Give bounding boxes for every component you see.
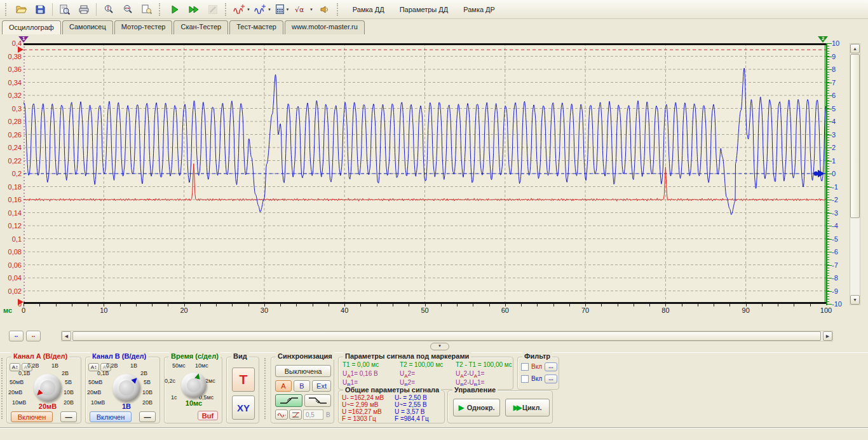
left-axis-label: 0,24 bbox=[1, 144, 22, 151]
channel-b-wave-button[interactable]: ▼ bbox=[252, 1, 273, 17]
tab-item[interactable]: Мотор-тестер bbox=[114, 20, 173, 34]
panel-grip[interactable] bbox=[264, 358, 268, 419]
zoom-vertical-button[interactable] bbox=[99, 1, 118, 17]
knob-scale-label: 0,2с bbox=[165, 378, 175, 384]
right-axis-label: 8 bbox=[832, 65, 836, 73]
sync-source-a-button[interactable]: А bbox=[275, 380, 292, 392]
knob-scale-label: 20мВ bbox=[87, 389, 101, 395]
horizontal-scroll-thumb[interactable] bbox=[72, 331, 821, 341]
scroll-left-button[interactable]: ◀ bbox=[62, 331, 71, 341]
right-axis-label: -7 bbox=[832, 261, 838, 269]
run-continuous-icon bbox=[189, 5, 200, 14]
control-panel: Канал А (В/дел) A↕ A↕ 0,2В1В0,1В2В50мВ5В… bbox=[0, 352, 868, 428]
channel-a-zero-marker[interactable] bbox=[18, 299, 24, 305]
view-t-button[interactable]: Т bbox=[232, 368, 255, 392]
sync-level-input[interactable] bbox=[303, 409, 323, 420]
filter-a-more-button[interactable]: ... bbox=[545, 362, 557, 371]
panel-grip[interactable] bbox=[1, 358, 5, 419]
view-xy-button[interactable]: XY bbox=[232, 395, 255, 420]
print-preview-button[interactable] bbox=[55, 1, 74, 17]
single-run-button[interactable]: ▶ Однокр. bbox=[453, 399, 500, 416]
right-axis-label: -9 bbox=[832, 287, 838, 295]
chevron-down-icon: ▼ bbox=[285, 8, 289, 11]
waveform-canvas[interactable] bbox=[24, 43, 826, 304]
filter-b-checkbox[interactable] bbox=[521, 375, 529, 383]
channel-a-power-button[interactable]: Включен bbox=[11, 411, 53, 422]
rising-edge-button[interactable] bbox=[275, 394, 302, 407]
time-marker-2[interactable]: 2 bbox=[818, 36, 828, 43]
sync-wave-mode-button[interactable] bbox=[275, 409, 288, 420]
tab-item[interactable]: Самописец bbox=[62, 20, 113, 34]
cycle-run-button[interactable]: ▶▶ Цикл. bbox=[505, 399, 550, 416]
common-param-value: F =984,4 Гц bbox=[395, 415, 429, 422]
toolbar-grip[interactable] bbox=[5, 3, 9, 16]
sync-state-button[interactable]: Выключена bbox=[275, 365, 331, 377]
tab-item[interactable]: Тест-мастер bbox=[229, 20, 283, 34]
tab-item[interactable]: Осциллограф bbox=[2, 20, 61, 35]
time-marker-1[interactable]: 1 bbox=[18, 36, 29, 43]
channel-a-wave-button[interactable]: ▼ bbox=[231, 1, 252, 17]
run-continuous-button[interactable] bbox=[184, 1, 203, 17]
x-axis-label: 60 bbox=[501, 306, 509, 314]
sound-button[interactable] bbox=[315, 1, 334, 17]
falling-edge-icon bbox=[308, 396, 328, 405]
toolbar-grip[interactable] bbox=[337, 3, 341, 16]
calculator-button[interactable]: ▼ bbox=[273, 1, 292, 17]
open-button[interactable] bbox=[11, 1, 31, 17]
zoom-document-button[interactable] bbox=[137, 1, 156, 17]
edit-button[interactable] bbox=[203, 1, 222, 17]
channel-a-minus-button[interactable]: — bbox=[60, 411, 77, 422]
channel-b-minus-button[interactable]: — bbox=[139, 411, 156, 422]
vertical-scroll-thumb[interactable] bbox=[850, 54, 860, 218]
vertical-scrollbar[interactable]: ▲ ▼ bbox=[850, 43, 860, 305]
channel-b-marker-dots-button[interactable]: .. bbox=[26, 331, 41, 341]
knob-scale-label: 10мВ bbox=[91, 399, 105, 406]
buffer-button[interactable]: Buf bbox=[198, 411, 218, 420]
sync-source-ext-button[interactable]: Ext bbox=[312, 380, 331, 392]
run-button[interactable] bbox=[165, 1, 184, 17]
knob-scale-label: 10В bbox=[64, 389, 74, 395]
channel-a-level-marker[interactable] bbox=[18, 46, 24, 53]
sync-source-b-button[interactable]: В bbox=[294, 380, 310, 392]
x-axis-label: 40 bbox=[341, 306, 348, 314]
toolbar-grip[interactable] bbox=[225, 3, 229, 16]
sync-level-mode-button[interactable] bbox=[289, 409, 302, 420]
left-axis-label: 0,38 bbox=[1, 53, 22, 60]
tab-item[interactable]: Скан-Тестер bbox=[173, 20, 228, 34]
common-param-value: U- = 2,50 В bbox=[395, 394, 427, 401]
save-button[interactable] bbox=[31, 1, 50, 17]
print-button[interactable] bbox=[74, 1, 93, 17]
tab-item[interactable]: www.motor-master.ru bbox=[285, 20, 365, 34]
scroll-down-button[interactable]: ▼ bbox=[850, 295, 860, 305]
menu-ramka-dr[interactable]: Рамка ДР bbox=[458, 4, 501, 15]
sqrt-alpha-button[interactable]: √α▼ bbox=[292, 1, 315, 17]
falling-edge-button[interactable] bbox=[304, 394, 331, 407]
zoom-horizontal-button[interactable] bbox=[118, 1, 137, 17]
time-group: Время (с/дел) 50мс10мс0,2с2мс1с0,5мс 10м… bbox=[164, 357, 222, 423]
knob-scale-label: 5В bbox=[144, 379, 151, 385]
filter-b-more-button[interactable]: ... bbox=[545, 375, 557, 383]
left-axis-label: 0,1 bbox=[1, 235, 22, 243]
time-knob[interactable] bbox=[181, 373, 207, 398]
toolbar-grip[interactable] bbox=[159, 3, 163, 16]
marker-param-value: T2 - T1 = 100,00 мс bbox=[456, 361, 512, 368]
marker-param-value: T1 = 0,00 мс bbox=[342, 361, 379, 368]
right-axis-label: 7 bbox=[832, 79, 836, 86]
horizontal-scrollbar[interactable]: ◀ ▶ bbox=[61, 331, 833, 341]
filter-a-checkbox[interactable] bbox=[521, 363, 529, 371]
zoom-vertical-icon bbox=[104, 4, 114, 15]
channel-b-knob[interactable] bbox=[112, 374, 140, 402]
menu-ramka-dd[interactable]: Рамка ДД bbox=[347, 4, 390, 15]
scroll-up-button[interactable]: ▲ bbox=[850, 44, 860, 53]
x-axis-label: 30 bbox=[261, 306, 268, 314]
scroll-right-button[interactable]: ▶ bbox=[823, 331, 832, 341]
panel-collapse-handle[interactable]: ▼ bbox=[430, 343, 449, 350]
x-axis-label: 100 bbox=[820, 306, 832, 314]
menu-parametry-dd[interactable]: Параметры ДД bbox=[394, 4, 454, 15]
channel-a-knob[interactable] bbox=[34, 374, 62, 402]
channel-b-group: Канал В (В/дел) A↕ A↕ 0,2В1В0,1В2В50мВ5В… bbox=[85, 357, 160, 423]
channel-b-power-button[interactable]: Включен bbox=[90, 411, 132, 422]
channel-a-marker-dots-button[interactable]: .. bbox=[9, 331, 24, 341]
right-axis-label: 0 bbox=[832, 170, 836, 177]
common-param-value: U~= 2,55 В bbox=[395, 401, 427, 408]
